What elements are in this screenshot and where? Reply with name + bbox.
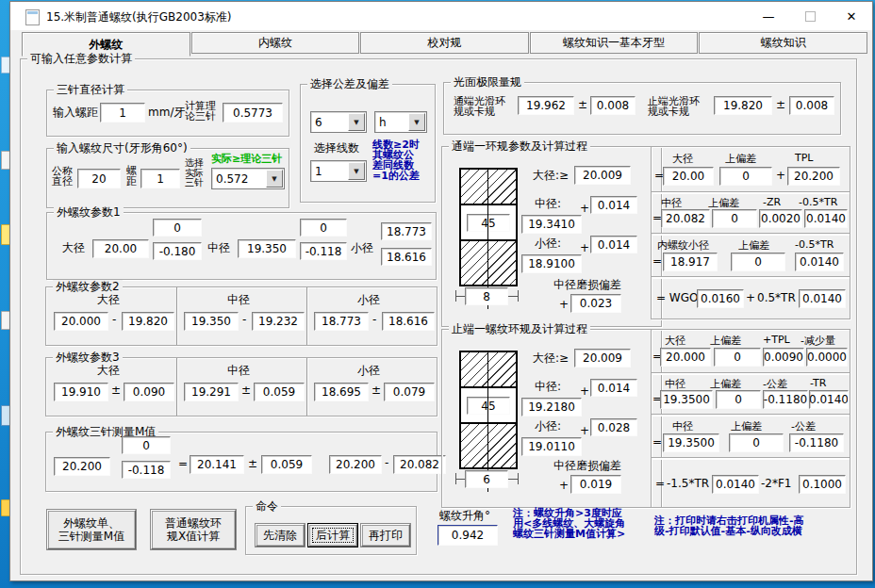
nogo-mid[interactable]: 19.2180 bbox=[521, 398, 582, 416]
go-calc-upper3[interactable]: 0 bbox=[731, 253, 785, 271]
param1-major[interactable]: 20.00 bbox=[92, 239, 149, 258]
dropdown-arrow-icon[interactable]: ▼ bbox=[408, 113, 425, 131]
go-dim-mid[interactable]: 45 bbox=[467, 214, 510, 232]
nogo-wear[interactable]: 0.019 bbox=[570, 475, 621, 494]
go-calc-major[interactable]: 20.00 bbox=[663, 167, 714, 186]
pitch-input2[interactable]: 1 bbox=[140, 169, 180, 188]
go-plain-value[interactable]: 19.962 bbox=[518, 96, 574, 115]
tab-check-gauge[interactable]: 校对规 bbox=[360, 32, 529, 54]
mv-v1[interactable]: 20.200 bbox=[54, 457, 110, 476]
nogo-plain-value[interactable]: 19.820 bbox=[714, 96, 772, 115]
plusminus-sign: ± bbox=[241, 384, 251, 397]
go-major[interactable]: 20.009 bbox=[574, 166, 631, 185]
mv-tol[interactable]: 0.059 bbox=[261, 455, 312, 474]
mv-v4[interactable]: 20.082 bbox=[393, 455, 446, 474]
go-calc-tpl[interactable]: 20.200 bbox=[787, 167, 840, 186]
print-button[interactable]: 再打印 bbox=[361, 524, 410, 547]
param3-mid-tol[interactable]: 0.059 bbox=[254, 383, 305, 401]
param3-minor[interactable]: 18.695 bbox=[314, 383, 369, 401]
pitch-input[interactable]: 1 bbox=[100, 103, 145, 122]
nogo-dim-bottom[interactable]: 6 bbox=[465, 470, 508, 488]
param1-major-lower[interactable]: -0.180 bbox=[153, 242, 202, 260]
param3-minor-tol[interactable]: 0.079 bbox=[384, 383, 435, 401]
go-calc-upper2[interactable]: 0 bbox=[712, 209, 757, 228]
nogo-minor-tol[interactable]: 0.028 bbox=[590, 418, 637, 436]
band-select[interactable]: h ▼ bbox=[374, 111, 427, 133]
param1-mid-lower[interactable]: -0.118 bbox=[300, 242, 347, 260]
param1-minor-lo[interactable]: 18.616 bbox=[381, 248, 432, 266]
nogo-calc-2f1[interactable]: 0.1000 bbox=[799, 475, 846, 494]
ring-x-calc-button[interactable]: 普通螺纹环 规X值计算 bbox=[151, 510, 236, 549]
go-calc-int-minor[interactable]: 18.917 bbox=[663, 253, 718, 271]
nogo-calc-toldev[interactable]: -0.1180 bbox=[763, 390, 808, 409]
pin-select[interactable]: 0.572 ▼ bbox=[211, 168, 285, 189]
go-calc-wgo[interactable]: 0.0160 bbox=[697, 289, 744, 308]
go-minor-tol[interactable]: 0.014 bbox=[590, 236, 637, 253]
go-calc-halftr2[interactable]: 0.0140 bbox=[795, 253, 844, 271]
nogo-calc-upper2[interactable]: 0 bbox=[716, 390, 761, 409]
nogo-calc-tr[interactable]: 0.0140 bbox=[809, 390, 849, 409]
nogo-calc-row3: 中径 上偏差 -公差 = 19.3500 0 -0.1180 bbox=[651, 414, 850, 459]
nogo-plain-tol[interactable]: 0.008 bbox=[789, 96, 834, 115]
three-pin-group: 三针直径计算 输入螺距 1 mm/牙 计算理 论三针 0.5773 bbox=[46, 90, 289, 137]
go-mid-tol[interactable]: 0.014 bbox=[590, 196, 637, 214]
go-mid[interactable]: 19.3410 bbox=[521, 215, 582, 234]
tab-knowledge-profile[interactable]: 螺纹知识一基本牙型 bbox=[530, 32, 699, 54]
param2-major-min[interactable]: 19.820 bbox=[122, 312, 174, 331]
nogo-major[interactable]: 20.009 bbox=[574, 349, 631, 368]
mv-v2[interactable]: 20.141 bbox=[190, 455, 244, 474]
clear-button[interactable]: 先清除 bbox=[256, 524, 305, 547]
param2-mid-min[interactable]: 19.232 bbox=[252, 312, 305, 331]
go-plain-tol[interactable]: 0.008 bbox=[590, 96, 636, 115]
helix-angle-value[interactable]: 0.942 bbox=[438, 525, 498, 546]
param2-mid-max[interactable]: 19.350 bbox=[184, 312, 239, 331]
close-button[interactable]: ✕ bbox=[831, 2, 872, 30]
param3-major[interactable]: 19.910 bbox=[54, 383, 108, 401]
param2-minor-max[interactable]: 18.773 bbox=[314, 312, 369, 331]
param2-major-max[interactable]: 20.000 bbox=[54, 312, 108, 331]
mv-upper[interactable]: 0 bbox=[122, 436, 171, 454]
param3-mid[interactable]: 19.291 bbox=[184, 383, 239, 401]
param1-major-upper[interactable]: 0 bbox=[153, 219, 202, 237]
tab-internal-thread[interactable]: 内螺纹 bbox=[191, 32, 360, 54]
nogo-calc-toldev2[interactable]: -0.1180 bbox=[789, 433, 844, 452]
nogo-calc-upper3[interactable]: 0 bbox=[729, 433, 784, 452]
param1-mid-upper[interactable]: 0 bbox=[300, 219, 347, 237]
go-dim-bottom[interactable]: 8 bbox=[465, 287, 508, 305]
maximize-button[interactable] bbox=[789, 2, 831, 30]
nogo-minor[interactable]: 19.0110 bbox=[521, 437, 582, 456]
nogo-calc-tpl[interactable]: 0.0090 bbox=[763, 348, 804, 367]
nogo-calc-15tr[interactable]: 0.0140 bbox=[712, 475, 759, 494]
mv-lower[interactable]: -0.118 bbox=[122, 461, 171, 479]
param1-mid[interactable]: 19.350 bbox=[238, 239, 296, 258]
nogo-mid-tol[interactable]: 0.014 bbox=[590, 379, 637, 397]
param2-minor-min[interactable]: 18.616 bbox=[382, 312, 435, 331]
nogo-calc-mid[interactable]: 19.3500 bbox=[660, 390, 713, 409]
grade-select[interactable]: 6 ▼ bbox=[310, 111, 367, 133]
single-pin-m-button[interactable]: 外螺纹单、 三针测量M值 bbox=[47, 510, 136, 549]
nominal-dia-input[interactable]: 20 bbox=[77, 169, 121, 188]
calculate-button[interactable]: 后计算 bbox=[308, 524, 357, 547]
nogo-dim-mid[interactable]: 45 bbox=[467, 397, 510, 415]
go-calc-upper[interactable]: 0 bbox=[719, 167, 772, 186]
nogo-calc-mid2[interactable]: 19.3500 bbox=[663, 433, 719, 452]
nogo-calc-reduce[interactable]: 0.0000 bbox=[806, 348, 848, 367]
dropdown-arrow-icon[interactable]: ▼ bbox=[266, 170, 283, 188]
tab-knowledge[interactable]: 螺纹知识 bbox=[699, 32, 867, 54]
lines-select[interactable]: 1 ▼ bbox=[310, 160, 367, 182]
minimize-button[interactable]: — bbox=[748, 2, 789, 30]
go-wear[interactable]: 0.023 bbox=[570, 294, 621, 313]
param3-major-tol[interactable]: 0.090 bbox=[124, 383, 174, 401]
go-calc-zr[interactable]: 0.0020 bbox=[759, 209, 802, 228]
dropdown-arrow-icon[interactable]: ▼ bbox=[348, 162, 365, 180]
dropdown-arrow-icon[interactable]: ▼ bbox=[348, 113, 365, 131]
param1-minor-hi[interactable]: 18.773 bbox=[381, 222, 432, 240]
go-calc-halftr3[interactable]: 0.0140 bbox=[799, 289, 846, 308]
nogo-calc-major[interactable]: 20.000 bbox=[660, 348, 711, 367]
go-calc-halftr[interactable]: 0.0140 bbox=[804, 209, 848, 228]
nogo-calc-upper[interactable]: 0 bbox=[714, 348, 761, 367]
go-minor[interactable]: 18.9100 bbox=[521, 254, 582, 273]
mv-v3[interactable]: 20.200 bbox=[329, 455, 382, 474]
go-calc-mid[interactable]: 20.082 bbox=[661, 209, 710, 228]
theory-pin-value[interactable]: 0.5773 bbox=[223, 103, 283, 122]
